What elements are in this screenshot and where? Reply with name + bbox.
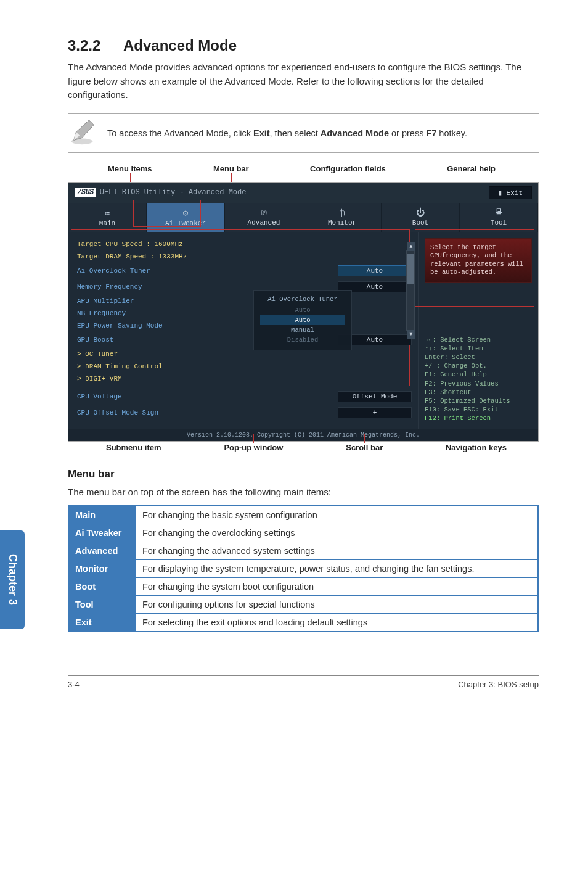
tool-icon: 🖶	[462, 208, 535, 218]
screen-gear-icon: ⎚	[227, 208, 300, 218]
bios-title-left: /SUSUEFI BIOS Utility - Advanced Mode	[75, 188, 246, 197]
note-text: To access the Advanced Mode, click Exit,…	[107, 128, 467, 138]
bios-footer: Version 2.10.1208. Copyright (C) 2011 Am…	[68, 429, 538, 441]
row-memory-freq[interactable]: Memory FrequencyAuto	[77, 279, 412, 295]
menu-name: Advanced	[68, 542, 136, 560]
callout-config-fields: Configuration fields	[310, 164, 386, 173]
tab-tool[interactable]: 🖶Tool	[460, 203, 538, 232]
callout-menu-items: Menu items	[108, 164, 152, 173]
menu-desc: For selecting the exit options and loadi…	[136, 614, 538, 632]
menu-desc: For displaying the system temperature, p…	[136, 560, 538, 578]
menu-name: Monitor	[68, 560, 136, 578]
chapter-label: Chapter 3: BIOS setup	[458, 680, 539, 689]
table-row: ExitFor selecting the exit options and l…	[68, 614, 538, 632]
table-row: ToolFor configuring options for special …	[68, 596, 538, 614]
menubar-intro: The menu bar on top of the screen has th…	[68, 485, 539, 500]
table-row: MainFor changing the basic system config…	[68, 506, 538, 524]
val-ai-overclock[interactable]: Auto	[338, 265, 412, 276]
tab-advanced[interactable]: ⎚Advanced	[225, 203, 303, 232]
menubar-heading: Menu bar	[68, 468, 539, 481]
power-icon: ⏻	[384, 208, 457, 218]
callout-submenu-item: Submenu item	[106, 443, 161, 452]
menu-desc: For changing the overclocking settings	[136, 524, 538, 542]
row-apu-mult[interactable]: APU Multiplier	[77, 295, 412, 307]
popup-option[interactable]: Auto	[260, 305, 345, 315]
tab-boot[interactable]: ⏻Boot	[382, 203, 460, 232]
gauge-icon: ⫛	[306, 208, 378, 218]
popup-title: Ai Overclock Tuner	[260, 295, 345, 303]
bios-menu-bar: ≔Main ⚙Ai Tweaker ⎚Advanced ⫛Monitor ⏻Bo…	[68, 203, 538, 232]
general-help-box: Select the target CPUfrequency, and the …	[425, 238, 532, 283]
popup-window[interactable]: Ai Overclock Tuner Auto Auto Manual Disa…	[253, 290, 352, 350]
row-offset-sign[interactable]: CPU Offset Mode Sign+	[77, 405, 412, 421]
menu-desc: For changing the basic system configurat…	[136, 506, 538, 524]
page-footer: 3-4 Chapter 3: BIOS setup	[68, 675, 539, 689]
bios-title-bar: /SUSUEFI BIOS Utility - Advanced Mode ▮ …	[68, 183, 538, 203]
navigation-keys: →←: Select Screen ↑↓: Select Item Enter:…	[425, 336, 532, 423]
tab-main[interactable]: ≔Main	[68, 203, 147, 232]
menu-name: Exit	[68, 614, 136, 632]
menu-bar-table: MainFor changing the basic system config…	[68, 505, 539, 632]
bios-settings-pane: Target CPU Speed : 1600MHz Target DRAM S…	[68, 232, 418, 429]
menu-name: Tool	[68, 596, 136, 614]
menu-desc: For changing the advanced system setting…	[136, 542, 538, 560]
scroll-up-icon[interactable]: ▲	[407, 242, 415, 251]
popup-option-selected[interactable]: Auto	[260, 315, 345, 325]
callout-scroll-bar: Scroll bar	[346, 443, 383, 452]
row-epu[interactable]: EPU Power Saving Mode	[77, 320, 412, 332]
row-digi-vrm[interactable]: DIGI+ VRM	[77, 373, 412, 385]
bios-title-text: UEFI BIOS Utility - Advanced Mode	[100, 188, 247, 197]
val-offset-sign[interactable]: +	[338, 407, 412, 418]
tab-ai-tweaker[interactable]: ⚙Ai Tweaker	[147, 203, 225, 232]
scroll-down-icon[interactable]: ▼	[407, 330, 415, 339]
table-row: Ai TweakerFor changing the overclocking …	[68, 524, 538, 542]
top-callout-row: Menu items Menu bar Configuration fields…	[68, 160, 539, 173]
table-row: BootFor changing the system boot configu…	[68, 578, 538, 596]
val-cpu-voltage[interactable]: Offset Mode	[338, 391, 412, 402]
callout-navigation-keys: Navigation keys	[446, 443, 507, 452]
callout-general-help: General help	[447, 164, 496, 173]
note-callout: To access the Advanced Mode, click Exit,…	[68, 113, 539, 153]
section-heading: 3.2.2Advanced Mode	[68, 37, 539, 54]
pencil-note-icon	[68, 118, 96, 149]
menu-name: Ai Tweaker	[68, 524, 136, 542]
exit-button[interactable]: ▮ Exit	[489, 186, 532, 199]
row-nb-freq[interactable]: NB Frequency	[77, 307, 412, 320]
fld-target-dram: Target DRAM Speed : 1333MHz	[77, 253, 187, 260]
scroll-bar[interactable]: ▲ ▼	[406, 250, 415, 331]
list-icon: ≔	[71, 208, 144, 218]
row-oc-tuner[interactable]: OC Tuner	[77, 348, 412, 360]
section-number: 3.2.2	[68, 37, 123, 54]
table-row: AdvancedFor changing the advanced system…	[68, 542, 538, 560]
row-ai-overclock[interactable]: Ai Overclock TunerAuto	[77, 263, 412, 279]
tab-monitor[interactable]: ⫛Monitor	[303, 203, 382, 232]
row-cpu-voltage[interactable]: CPU VoltageOffset Mode	[77, 389, 412, 405]
row-gpu-boost[interactable]: GPU BoostAuto	[77, 332, 412, 348]
popup-option[interactable]: Manual	[260, 325, 345, 335]
row-dram-timing[interactable]: DRAM Timing Control	[77, 360, 412, 373]
page-number: 3-4	[68, 680, 80, 689]
menu-name: Main	[68, 506, 136, 524]
callout-menu-bar: Menu bar	[213, 164, 249, 173]
asus-logo: /SUS	[75, 188, 96, 197]
menu-desc: For configuring options for special func…	[136, 596, 538, 614]
gear-icon: ⚙	[149, 208, 222, 218]
menu-desc: For changing the system boot configurati…	[136, 578, 538, 596]
section-title: Advanced Mode	[123, 37, 237, 54]
bios-screenshot: /SUSUEFI BIOS Utility - Advanced Mode ▮ …	[68, 182, 539, 442]
bottom-callout-row: Submenu item Pop-up window Scroll bar Na…	[68, 443, 539, 452]
table-row: MonitorFor displaying the system tempera…	[68, 560, 538, 578]
menu-name: Boot	[68, 578, 136, 596]
popup-option[interactable]: Disabled	[260, 335, 345, 345]
intro-paragraph: The Advanced Mode provides advanced opti…	[68, 60, 539, 102]
fld-target-cpu: Target CPU Speed : 1600MHz	[77, 241, 183, 248]
callout-popup-window: Pop-up window	[224, 443, 283, 452]
scroll-thumb[interactable]	[407, 254, 414, 284]
